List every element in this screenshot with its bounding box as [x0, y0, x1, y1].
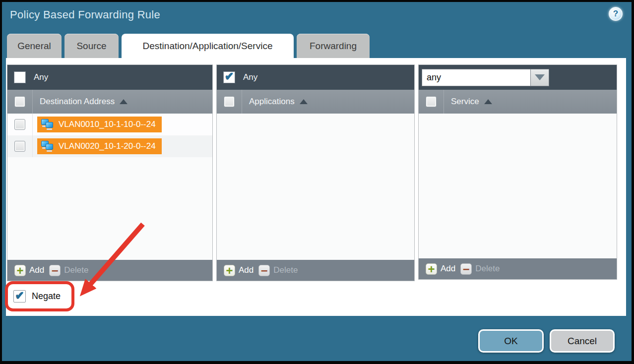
service-panel: any Service + Add − Delete: [418, 64, 617, 280]
applications-footer: + Add − Delete: [217, 260, 414, 281]
service-footer: + Add − Delete: [419, 258, 617, 279]
tab-general[interactable]: General: [7, 34, 62, 58]
tab-source[interactable]: Source: [64, 34, 119, 58]
dialog-title: Policy Based Forwarding Rule: [10, 8, 160, 21]
destination-selectall-checkbox[interactable]: [14, 96, 25, 107]
sort-ascending-icon[interactable]: [484, 99, 492, 104]
address-object-label: VLAN0010_10-1-10-0--24: [59, 120, 156, 129]
add-label: Add: [29, 265, 44, 275]
address-object-vlan0020[interactable]: VLAN0020_10-1-20-0--24: [37, 138, 162, 154]
check-mark-icon: ✔: [225, 71, 234, 82]
delete-label: Delete: [475, 264, 500, 274]
tab-forwarding[interactable]: Forwarding: [297, 34, 370, 58]
destination-any-checkbox[interactable]: [14, 71, 26, 83]
table-row: VLAN0020_10-1-20-0--24: [7, 135, 212, 157]
applications-panel: ✔ Any Applications + Add − Delete: [216, 64, 415, 281]
destination-rows: VLAN0010_10-1-10-0--24 VLAN0020_10-1-20-…: [7, 114, 212, 260]
delete-label: Delete: [273, 265, 298, 275]
applications-delete-button[interactable]: − Delete: [258, 265, 298, 276]
applications-add-button[interactable]: + Add: [224, 265, 254, 276]
dropdown-button[interactable]: [531, 69, 549, 86]
sort-ascending-icon[interactable]: [300, 99, 308, 104]
row-checkbox[interactable]: [14, 141, 25, 152]
destination-delete-button[interactable]: − Delete: [49, 265, 88, 276]
negate-annotation-highlight: ✔ Negate: [5, 281, 74, 311]
address-object-vlan0010[interactable]: VLAN0010_10-1-10-0--24: [37, 117, 162, 132]
delete-icon: −: [460, 263, 472, 275]
destination-column-header: Destination Address: [40, 97, 115, 107]
screenshot-frame: Policy Based Forwarding Rule ? General S…: [0, 0, 634, 364]
negate-checkbox[interactable]: ✔: [13, 290, 26, 303]
help-icon[interactable]: ?: [609, 7, 623, 21]
service-column-header: Service: [451, 97, 479, 107]
row-checkbox[interactable]: [14, 119, 25, 130]
service-dropdown-value[interactable]: any: [422, 69, 531, 86]
address-object-label: VLAN0020_10-1-20-0--24: [59, 141, 156, 151]
destination-address-panel: Any Destination Address VLAN0010_10-1-10…: [7, 64, 213, 281]
chevron-down-icon: [535, 74, 545, 80]
service-delete-button[interactable]: − Delete: [460, 263, 500, 275]
service-add-button[interactable]: + Add: [426, 263, 455, 275]
add-icon: +: [14, 265, 26, 276]
applications-any-header: ✔ Any: [217, 65, 414, 90]
service-dropdown[interactable]: any: [422, 69, 549, 86]
check-mark-icon: ✔: [15, 290, 24, 301]
add-icon: +: [224, 265, 235, 276]
service-column-header-row: Service: [419, 90, 617, 114]
delete-label: Delete: [64, 265, 88, 275]
add-icon: +: [426, 263, 437, 275]
applications-rows: [217, 114, 414, 260]
service-rows: [419, 114, 617, 258]
applications-any-label: Any: [243, 72, 257, 82]
applications-selectall-checkbox[interactable]: [224, 96, 235, 107]
row-checkbox-cell: [7, 135, 33, 157]
add-label: Add: [441, 264, 455, 274]
negate-label: Negate: [32, 291, 61, 302]
delete-icon: −: [49, 265, 61, 276]
destination-any-label: Any: [34, 72, 48, 82]
tab-bar: General Source Destination/Application/S…: [7, 34, 370, 59]
service-dropdown-header: any: [419, 65, 617, 90]
destination-footer: + Add − Delete: [7, 260, 212, 281]
service-selectall-checkbox[interactable]: [426, 96, 437, 107]
table-row: VLAN0010_10-1-10-0--24: [7, 114, 212, 135]
applications-selectall-cell: [217, 90, 242, 114]
applications-column-header: Applications: [249, 97, 295, 107]
applications-column-header-row: Applications: [217, 90, 414, 114]
destination-add-button[interactable]: + Add: [14, 265, 44, 276]
destination-selectall-cell: [7, 90, 33, 114]
address-group-icon: [41, 140, 54, 152]
applications-any-checkbox[interactable]: ✔: [223, 71, 235, 83]
destination-column-header-row: Destination Address: [7, 90, 212, 114]
add-label: Add: [239, 265, 254, 275]
service-selectall-cell: [419, 90, 444, 114]
sort-ascending-icon[interactable]: [120, 99, 127, 104]
delete-icon: −: [258, 265, 270, 276]
tab-destination-application-service[interactable]: Destination/Application/Service: [122, 34, 294, 59]
ok-button[interactable]: OK: [478, 329, 544, 353]
row-checkbox-cell: [7, 114, 33, 135]
address-group-icon: [41, 119, 54, 130]
cancel-button[interactable]: Cancel: [550, 329, 615, 353]
destination-any-header: Any: [7, 65, 212, 90]
